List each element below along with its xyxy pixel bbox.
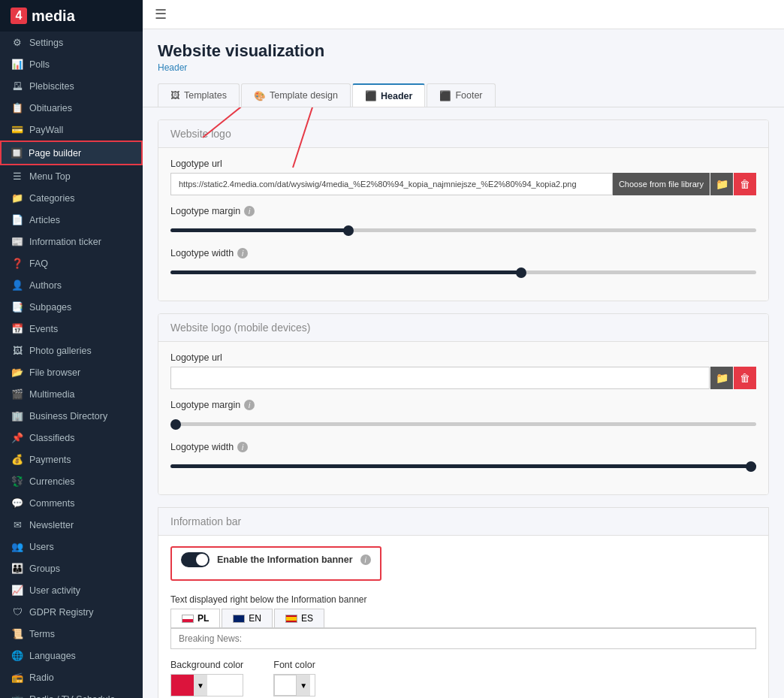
sidebar-item-articles[interactable]: 📄 Articles	[0, 209, 143, 231]
sidebar-item-business-directory[interactable]: 🏢 Business Directory	[0, 405, 143, 427]
sidebar: 4 media ⚙ Settings 📊 Polls 🗳 Plebiscites…	[0, 0, 143, 698]
sidebar-item-categories[interactable]: 📁 Categories	[0, 187, 143, 209]
sidebar-item-faq[interactable]: ❓ FAQ	[0, 252, 143, 274]
flag-pl	[182, 615, 194, 623]
sidebar-item-newsletter[interactable]: ✉ Newsletter	[0, 514, 143, 536]
sidebar-item-menu-top[interactable]: ☰ Menu Top	[0, 165, 143, 187]
file-browser-icon: 📂	[11, 367, 23, 378]
logotype-width-slider-container	[170, 262, 756, 280]
lang-code-es: ES	[301, 613, 313, 624]
logotype-margin-mobile-slider-container	[170, 414, 756, 431]
page-header: Website visualization Header	[143, 29, 784, 76]
tab-label: Template design	[270, 90, 338, 101]
tab-header[interactable]: ⬛ Header	[352, 83, 425, 107]
template-design-icon: 🎨	[254, 90, 266, 101]
lang-code-en: EN	[249, 613, 261, 624]
sidebar-item-label: Newsletter	[29, 520, 74, 530]
sidebar-item-obituaries[interactable]: 📋 Obituaries	[0, 97, 143, 119]
sidebar-item-file-browser[interactable]: 📂 File browser	[0, 361, 143, 383]
sidebar-item-paywall[interactable]: 💳 PayWall	[0, 119, 143, 141]
sidebar-item-label: Radio / TV Schedule	[29, 694, 115, 699]
logotype-width-mobile-field: Logotype width i	[170, 442, 756, 473]
radio-tv-icon: 📺	[11, 693, 23, 698]
authors-icon: 👤	[11, 280, 23, 291]
delete-button-1[interactable]: 🗑	[734, 173, 756, 195]
logotype-margin-slider[interactable]	[170, 228, 756, 232]
sidebar-item-label: Users	[29, 542, 54, 552]
page-subtitle: Header	[158, 62, 769, 73]
sidebar-item-comments[interactable]: 💬 Comments	[0, 492, 143, 514]
enable-banner-label: Enable the Information banner	[217, 554, 353, 565]
background-color-swatch-button[interactable]: ▼	[170, 674, 243, 696]
sidebar-item-subpages[interactable]: 📑 Subpages	[0, 296, 143, 318]
lang-tab-pl[interactable]: PL	[170, 609, 220, 627]
groups-icon: 👪	[11, 563, 23, 574]
sidebar-item-gdpr-registry[interactable]: 🛡 GDPR Registry	[0, 601, 143, 623]
logotype-margin-info-icon[interactable]: i	[244, 206, 255, 216]
main-content: ☰ Website visualization Header 🖼 Templat…	[143, 0, 784, 698]
font-color-field: Font color ▼	[273, 660, 315, 696]
sidebar-item-events[interactable]: 📅 Events	[0, 318, 143, 340]
logotype-url-mobile-input[interactable]	[170, 367, 710, 389]
choose-from-file-library-button[interactable]: Choose from file library	[613, 173, 710, 195]
plebiscites-icon: 🗳	[11, 80, 23, 92]
sidebar-item-information-ticker[interactable]: 📰 Information ticker	[0, 231, 143, 252]
hamburger-icon[interactable]: ☰	[155, 6, 167, 23]
tab-label: Templates	[184, 90, 227, 101]
lang-tab-es[interactable]: ES	[274, 609, 324, 627]
logotype-margin-mobile-label: Logotype margin i	[170, 400, 756, 410]
logotype-width-mobile-slider[interactable]	[170, 464, 756, 468]
sidebar-item-payments[interactable]: 💰 Payments	[0, 449, 143, 470]
logotype-width-slider[interactable]	[170, 270, 756, 274]
sidebar-item-radio-tv[interactable]: 📺 Radio / TV Schedule	[0, 688, 143, 698]
folder-button-1[interactable]: 📁	[710, 173, 733, 195]
settings-icon: ⚙	[11, 37, 23, 48]
logotype-url-input[interactable]	[170, 173, 613, 195]
sidebar-item-label: Settings	[29, 38, 63, 48]
sidebar-item-users[interactable]: 👥 Users	[0, 536, 143, 557]
website-logo-mobile-body: Logotype url 📁 🗑 Logotype margin i	[158, 342, 768, 494]
sidebar-item-languages[interactable]: 🌐 Languages	[0, 645, 143, 666]
font-color-arrow: ▼	[297, 675, 310, 696]
tab-footer[interactable]: ⬛ Footer	[427, 83, 495, 107]
topbar: ☰	[143, 0, 784, 29]
tab-templates[interactable]: 🖼 Templates	[158, 83, 240, 107]
logotype-width-mobile-info-icon[interactable]: i	[237, 442, 248, 452]
lang-tab-en[interactable]: EN	[222, 609, 273, 627]
sidebar-item-classifieds[interactable]: 📌 Classifieds	[0, 427, 143, 449]
subpages-icon: 📑	[11, 301, 23, 313]
sidebar-item-polls[interactable]: 📊 Polls	[0, 53, 143, 75]
sidebar-item-radio[interactable]: 📻 Radio	[0, 666, 143, 688]
sidebar-item-page-builder[interactable]: 🔲 Page builder	[0, 141, 143, 165]
folder-button-2[interactable]: 📁	[710, 367, 733, 389]
sidebar-item-settings[interactable]: ⚙ Settings	[0, 32, 143, 53]
sidebar-item-groups[interactable]: 👪 Groups	[0, 557, 143, 579]
sidebar-item-label: FAQ	[29, 258, 48, 269]
sidebar-item-label: Subpages	[29, 302, 71, 313]
enable-banner-toggle[interactable]	[181, 552, 210, 567]
sidebar-item-currencies[interactable]: 💱 Currencies	[0, 470, 143, 492]
sidebar-item-label: Groups	[29, 564, 60, 574]
logotype-width-mobile-slider-container	[170, 456, 756, 473]
font-color-swatch-button[interactable]: ▼	[273, 674, 315, 696]
breaking-news-input[interactable]	[170, 628, 756, 649]
delete-button-2[interactable]: 🗑	[734, 367, 756, 389]
logotype-margin-mobile-info-icon[interactable]: i	[244, 400, 255, 410]
sidebar-item-authors[interactable]: 👤 Authors	[0, 274, 143, 296]
payments-icon: 💰	[11, 454, 23, 465]
sidebar-item-photo-galleries[interactable]: 🖼 Photo galleries	[0, 340, 143, 361]
sidebar-item-multimedia[interactable]: 🎬 Multimedia	[0, 383, 143, 405]
logotype-width-info-icon[interactable]: i	[237, 248, 248, 258]
sidebar-item-label: Information ticker	[29, 237, 101, 247]
enable-banner-info-icon[interactable]: i	[360, 554, 371, 565]
sidebar-item-user-activity[interactable]: 📈 User activity	[0, 579, 143, 601]
page-title: Website visualization	[158, 41, 769, 61]
tab-template-design[interactable]: 🎨 Template design	[241, 83, 351, 107]
sidebar-item-label: PayWall	[29, 125, 63, 135]
background-color-field: Background color ▼	[170, 660, 243, 696]
logotype-margin-mobile-slider[interactable]	[170, 422, 756, 426]
sidebar-item-terms[interactable]: 📜 Terms	[0, 623, 143, 645]
gdpr-icon: 🛡	[11, 606, 23, 618]
business-directory-icon: 🏢	[11, 410, 23, 422]
sidebar-item-plebiscites[interactable]: 🗳 Plebiscites	[0, 75, 143, 97]
